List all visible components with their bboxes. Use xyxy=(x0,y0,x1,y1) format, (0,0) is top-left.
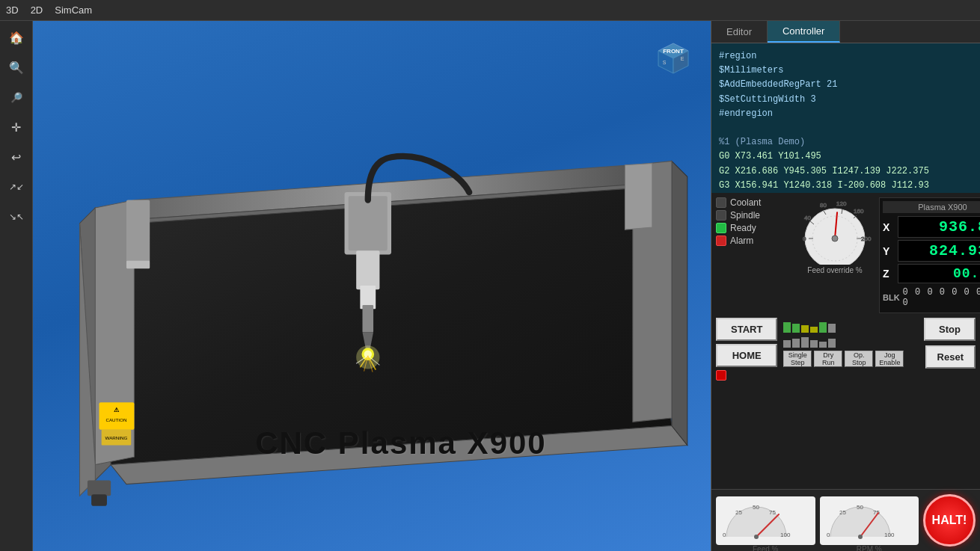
svg-text:S: S xyxy=(663,60,667,65)
right-panel: Editor Controller #region $Millimeters $… xyxy=(711,21,980,551)
blk-digits: 0 0 0 0 0 0 0 0 xyxy=(903,287,980,308)
dro-title: Plasma X900 xyxy=(883,201,980,213)
reset-button[interactable]: Reset xyxy=(925,345,976,369)
bar8 xyxy=(792,339,800,348)
zoom-in-icon[interactable]: 🔍 xyxy=(6,57,27,78)
svg-text:FRONT: FRONT xyxy=(663,48,684,55)
stop-button[interactable]: Stop xyxy=(924,318,976,341)
ready-label: Ready xyxy=(730,223,756,233)
undo-icon[interactable]: ↩ xyxy=(6,147,27,167)
svg-text:160: 160 xyxy=(854,208,864,215)
stop-reset-panel: Stop Reset xyxy=(924,318,976,369)
code-line-3: $AddEmbeddedRegPart 21 xyxy=(719,78,973,92)
dro-z-value: 00.00 xyxy=(898,264,980,283)
dro-y-value: 824.933 xyxy=(898,240,980,262)
move-icon[interactable]: ✛ xyxy=(6,117,27,138)
single-step-button[interactable]: SingleStep xyxy=(783,351,812,367)
bar10 xyxy=(810,340,818,348)
gauge-bar-row2 xyxy=(783,336,904,348)
bar7 xyxy=(783,340,791,348)
bar9 xyxy=(801,337,809,348)
rpm-dial-label: RPM % xyxy=(823,545,916,552)
shrink-icon[interactable]: ↘↖ xyxy=(6,206,27,227)
op-stop-button[interactable]: Op.Stop xyxy=(845,351,873,367)
expand-icon[interactable]: ↗↙ xyxy=(6,176,27,197)
jog-enable-button[interactable]: JogEnable xyxy=(875,351,904,367)
tab-editor[interactable]: Editor xyxy=(711,21,768,43)
code-line-4: $SetCuttingWidth 3 xyxy=(719,93,973,107)
svg-marker-3 xyxy=(672,161,687,445)
tab-controller[interactable]: Controller xyxy=(768,21,840,43)
code-line-8: G0 X73.461 Y101.495 xyxy=(719,150,973,164)
dro-x-value: 936.88 xyxy=(898,216,980,238)
bar5 xyxy=(819,322,827,333)
svg-text:40: 40 xyxy=(804,215,811,221)
menu-simcam[interactable]: SimCam xyxy=(55,4,92,16)
spindle-led xyxy=(716,210,726,221)
orientation-cube[interactable]: FRONT S E xyxy=(651,36,696,81)
code-line-1: #region xyxy=(719,49,973,64)
code-line-7: %1 (Plasma Demo) xyxy=(719,135,973,150)
coolant-label: Coolant xyxy=(730,197,761,208)
home-icon[interactable]: 🏠 xyxy=(6,27,27,48)
bar6 xyxy=(828,324,836,333)
menu-bar: 3D 2D SimCam xyxy=(0,0,980,21)
menu-2d[interactable]: 2D xyxy=(31,4,43,16)
zoom-out-icon[interactable]: 🔎 xyxy=(6,87,27,108)
code-line-2: $Millimeters xyxy=(719,64,973,78)
feed-gauge: 0 40 80 120 160 xyxy=(794,197,876,274)
bar12 xyxy=(828,339,836,348)
svg-text:0: 0 xyxy=(723,532,726,538)
dro-z-row: Z 00.00 xyxy=(883,264,980,283)
blk-label: BLK xyxy=(883,293,900,302)
alarm-led xyxy=(716,236,726,246)
bar1 xyxy=(783,322,791,333)
dro-y-row: Y 824.933 xyxy=(883,240,980,262)
bar11 xyxy=(819,342,827,348)
svg-rect-28 xyxy=(91,494,107,506)
red-indicator xyxy=(716,370,726,381)
halt-button[interactable]: HALT! xyxy=(923,494,976,547)
svg-text:200: 200 xyxy=(861,236,872,242)
code-line-10: G3 X156.941 Y1240.318 I-200.608 J112.93 xyxy=(719,179,973,193)
svg-text:0: 0 xyxy=(827,532,830,538)
svg-rect-27 xyxy=(88,480,111,496)
code-line-5: #endregion xyxy=(719,107,973,121)
status-indicators: Coolant Spindle Ready Alarm xyxy=(716,197,791,246)
bar2 xyxy=(792,324,800,333)
svg-marker-10 xyxy=(625,164,652,230)
status-coolant: Coolant xyxy=(716,197,791,208)
svg-text:120: 120 xyxy=(836,200,847,207)
rpm-dial: 0 25 50 75 100 RPM % xyxy=(820,496,919,545)
spindle-label: Spindle xyxy=(730,210,760,221)
left-toolbar: 🏠 🔍 🔎 ✛ ↩ ↗↙ ↘↖ xyxy=(0,21,33,551)
machine-label: CNC Plasma X900 xyxy=(255,425,547,461)
status-alarm: Alarm xyxy=(716,236,791,246)
svg-text:0: 0 xyxy=(803,236,806,242)
bottom-gauges: 0 25 50 75 100 Feed % 0 25 50 xyxy=(711,489,980,551)
left-controls: START HOME xyxy=(716,318,777,381)
dry-run-button[interactable]: DryRun xyxy=(814,351,842,367)
feed-dial: 0 25 50 75 100 Feed % xyxy=(716,496,815,545)
svg-text:CAUTION: CAUTION xyxy=(105,417,126,422)
home-button[interactable]: HOME xyxy=(716,344,777,367)
svg-rect-8 xyxy=(126,200,150,262)
svg-text:100: 100 xyxy=(780,532,791,538)
bar3 xyxy=(801,325,809,333)
code-line-9: G2 X216.686 Y945.305 I1247.139 J222.375 xyxy=(719,164,973,179)
dro-panel: Plasma X900 X 936.88 Y 824.933 Z 00.00 xyxy=(879,197,980,313)
menu-3d[interactable]: 3D xyxy=(6,4,19,16)
dro-z-label: Z xyxy=(883,268,895,280)
dro-y-label: Y xyxy=(883,245,895,257)
svg-text:50: 50 xyxy=(857,504,863,511)
svg-text:75: 75 xyxy=(769,509,776,516)
svg-point-25 xyxy=(356,345,379,369)
svg-text:E: E xyxy=(681,56,685,61)
feed-gauge-label: Feed override % xyxy=(807,266,862,274)
svg-text:100: 100 xyxy=(884,532,895,538)
gauge-bars-panel: SingleStep DryRun Op.Stop JogEnable xyxy=(782,318,905,370)
svg-rect-12 xyxy=(349,196,388,250)
svg-rect-9 xyxy=(126,261,150,268)
start-button[interactable]: START xyxy=(716,318,777,341)
feed-dial-label: Feed % xyxy=(719,545,812,552)
